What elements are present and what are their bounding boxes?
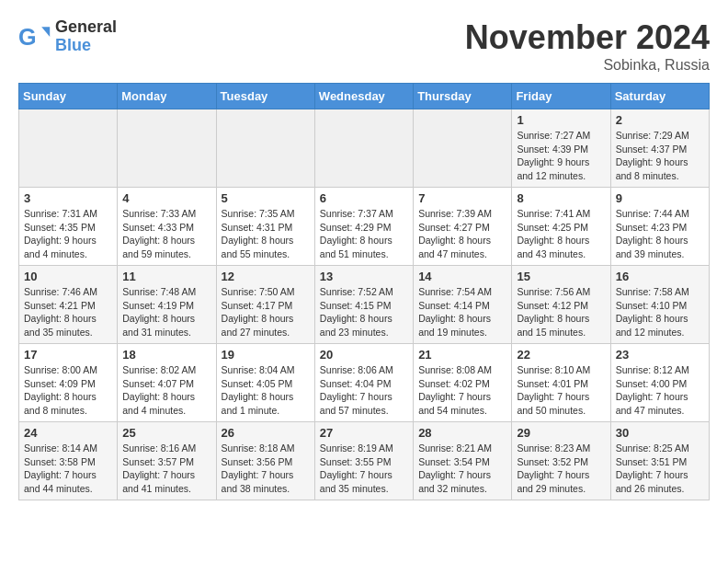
day-info: Sunrise: 7:39 AM Sunset: 4:27 PM Dayligh… bbox=[418, 207, 506, 261]
day-number: 24 bbox=[24, 426, 112, 440]
calendar-cell bbox=[118, 109, 216, 188]
month-title: November 2024 bbox=[465, 18, 710, 57]
calendar-cell bbox=[414, 109, 512, 188]
day-number: 6 bbox=[320, 191, 408, 205]
weekday-header-row: SundayMondayTuesdayWednesdayThursdayFrid… bbox=[19, 84, 710, 109]
day-number: 7 bbox=[418, 191, 506, 205]
day-number: 3 bbox=[24, 191, 112, 205]
day-info: Sunrise: 7:58 AM Sunset: 4:10 PM Dayligh… bbox=[616, 285, 704, 339]
day-number: 27 bbox=[320, 426, 408, 440]
day-number: 8 bbox=[517, 191, 605, 205]
day-info: Sunrise: 7:56 AM Sunset: 4:12 PM Dayligh… bbox=[517, 285, 605, 339]
day-info: Sunrise: 7:48 AM Sunset: 4:19 PM Dayligh… bbox=[122, 285, 210, 339]
day-info: Sunrise: 7:44 AM Sunset: 4:23 PM Dayligh… bbox=[616, 207, 704, 261]
calendar-cell: 28Sunrise: 8:21 AM Sunset: 3:54 PM Dayli… bbox=[414, 422, 512, 500]
calendar-cell bbox=[314, 109, 413, 188]
calendar-cell: 25Sunrise: 8:16 AM Sunset: 3:57 PM Dayli… bbox=[118, 422, 216, 500]
calendar-cell: 18Sunrise: 8:02 AM Sunset: 4:07 PM Dayli… bbox=[118, 344, 216, 422]
day-number: 23 bbox=[616, 348, 704, 362]
calendar-cell: 1Sunrise: 7:27 AM Sunset: 4:39 PM Daylig… bbox=[512, 109, 610, 188]
day-info: Sunrise: 7:50 AM Sunset: 4:17 PM Dayligh… bbox=[222, 285, 310, 339]
day-info: Sunrise: 8:19 AM Sunset: 3:55 PM Dayligh… bbox=[320, 442, 408, 496]
calendar-week-row: 17Sunrise: 8:00 AM Sunset: 4:09 PM Dayli… bbox=[19, 344, 710, 422]
calendar-cell: 20Sunrise: 8:06 AM Sunset: 4:04 PM Dayli… bbox=[314, 344, 413, 422]
day-number: 12 bbox=[222, 270, 310, 283]
day-number: 13 bbox=[320, 270, 408, 283]
calendar-cell: 11Sunrise: 7:48 AM Sunset: 4:19 PM Dayli… bbox=[118, 266, 216, 344]
weekday-header-wednesday: Wednesday bbox=[314, 84, 413, 109]
day-number: 20 bbox=[320, 348, 408, 362]
calendar-cell: 6Sunrise: 7:37 AM Sunset: 4:29 PM Daylig… bbox=[314, 188, 413, 266]
day-info: Sunrise: 8:16 AM Sunset: 3:57 PM Dayligh… bbox=[122, 442, 210, 496]
day-info: Sunrise: 7:29 AM Sunset: 4:37 PM Dayligh… bbox=[616, 129, 704, 183]
day-number: 1 bbox=[517, 113, 605, 127]
day-number: 4 bbox=[122, 191, 210, 205]
weekday-header-monday: Monday bbox=[118, 84, 216, 109]
day-number: 15 bbox=[517, 270, 605, 283]
calendar-cell: 24Sunrise: 8:14 AM Sunset: 3:58 PM Dayli… bbox=[19, 422, 118, 500]
calendar-cell: 29Sunrise: 8:23 AM Sunset: 3:52 PM Dayli… bbox=[512, 422, 610, 500]
calendar-cell: 4Sunrise: 7:33 AM Sunset: 4:33 PM Daylig… bbox=[118, 188, 216, 266]
calendar-cell: 17Sunrise: 8:00 AM Sunset: 4:09 PM Dayli… bbox=[19, 344, 118, 422]
day-number: 29 bbox=[517, 426, 605, 440]
day-info: Sunrise: 8:12 AM Sunset: 4:00 PM Dayligh… bbox=[616, 363, 704, 418]
day-info: Sunrise: 7:52 AM Sunset: 4:15 PM Dayligh… bbox=[320, 285, 408, 339]
calendar-week-row: 3Sunrise: 7:31 AM Sunset: 4:35 PM Daylig… bbox=[19, 188, 710, 266]
day-number: 22 bbox=[517, 348, 605, 362]
day-info: Sunrise: 8:08 AM Sunset: 4:02 PM Dayligh… bbox=[418, 363, 506, 418]
day-info: Sunrise: 8:25 AM Sunset: 3:51 PM Dayligh… bbox=[616, 442, 704, 496]
day-number: 25 bbox=[122, 426, 210, 440]
weekday-header-sunday: Sunday bbox=[19, 84, 118, 109]
calendar-cell: 9Sunrise: 7:44 AM Sunset: 4:23 PM Daylig… bbox=[610, 188, 709, 266]
title-block: November 2024 Sobinka, Russia bbox=[465, 18, 710, 74]
day-info: Sunrise: 8:10 AM Sunset: 4:01 PM Dayligh… bbox=[517, 363, 605, 418]
calendar-cell: 14Sunrise: 7:54 AM Sunset: 4:14 PM Dayli… bbox=[414, 266, 512, 344]
day-info: Sunrise: 7:46 AM Sunset: 4:21 PM Dayligh… bbox=[24, 285, 112, 339]
day-number: 11 bbox=[122, 270, 210, 283]
calendar-cell: 7Sunrise: 7:39 AM Sunset: 4:27 PM Daylig… bbox=[414, 188, 512, 266]
calendar-cell: 8Sunrise: 7:41 AM Sunset: 4:25 PM Daylig… bbox=[512, 188, 610, 266]
calendar-cell: 15Sunrise: 7:56 AM Sunset: 4:12 PM Dayli… bbox=[512, 266, 610, 344]
calendar-cell: 21Sunrise: 8:08 AM Sunset: 4:02 PM Dayli… bbox=[414, 344, 512, 422]
day-number: 21 bbox=[418, 348, 506, 362]
day-info: Sunrise: 7:33 AM Sunset: 4:33 PM Dayligh… bbox=[122, 207, 210, 261]
calendar-cell: 26Sunrise: 8:18 AM Sunset: 3:56 PM Dayli… bbox=[216, 422, 314, 500]
logo-icon: G bbox=[18, 20, 51, 53]
day-number: 19 bbox=[222, 348, 310, 362]
logo: G General Blue bbox=[18, 18, 117, 55]
logo-general-text: General bbox=[55, 18, 117, 37]
day-info: Sunrise: 8:04 AM Sunset: 4:05 PM Dayligh… bbox=[222, 363, 310, 418]
weekday-header-tuesday: Tuesday bbox=[216, 84, 314, 109]
day-number: 14 bbox=[418, 270, 506, 283]
weekday-header-friday: Friday bbox=[512, 84, 610, 109]
day-info: Sunrise: 7:31 AM Sunset: 4:35 PM Dayligh… bbox=[24, 207, 112, 261]
calendar-week-row: 10Sunrise: 7:46 AM Sunset: 4:21 PM Dayli… bbox=[19, 266, 710, 344]
svg-text:G: G bbox=[18, 24, 37, 50]
page-header: G General Blue November 2024 Sobinka, Ru… bbox=[18, 18, 710, 74]
day-info: Sunrise: 8:06 AM Sunset: 4:04 PM Dayligh… bbox=[320, 363, 408, 418]
calendar-cell: 23Sunrise: 8:12 AM Sunset: 4:00 PM Dayli… bbox=[610, 344, 709, 422]
location: Sobinka, Russia bbox=[465, 57, 710, 74]
day-info: Sunrise: 8:00 AM Sunset: 4:09 PM Dayligh… bbox=[24, 363, 112, 418]
day-info: Sunrise: 8:02 AM Sunset: 4:07 PM Dayligh… bbox=[122, 363, 210, 418]
day-info: Sunrise: 8:14 AM Sunset: 3:58 PM Dayligh… bbox=[24, 442, 112, 496]
day-info: Sunrise: 7:54 AM Sunset: 4:14 PM Dayligh… bbox=[418, 285, 506, 339]
calendar-cell: 19Sunrise: 8:04 AM Sunset: 4:05 PM Dayli… bbox=[216, 344, 314, 422]
calendar-cell: 2Sunrise: 7:29 AM Sunset: 4:37 PM Daylig… bbox=[610, 109, 709, 188]
calendar-cell bbox=[216, 109, 314, 188]
day-info: Sunrise: 7:27 AM Sunset: 4:39 PM Dayligh… bbox=[517, 129, 605, 183]
calendar-cell bbox=[19, 109, 118, 188]
calendar-table: SundayMondayTuesdayWednesdayThursdayFrid… bbox=[18, 83, 710, 500]
logo-blue-text: Blue bbox=[55, 37, 117, 55]
day-number: 10 bbox=[24, 270, 112, 283]
day-number: 30 bbox=[616, 426, 704, 440]
day-number: 2 bbox=[616, 113, 704, 127]
day-info: Sunrise: 8:23 AM Sunset: 3:52 PM Dayligh… bbox=[517, 442, 605, 496]
calendar-cell: 22Sunrise: 8:10 AM Sunset: 4:01 PM Dayli… bbox=[512, 344, 610, 422]
calendar-cell: 16Sunrise: 7:58 AM Sunset: 4:10 PM Dayli… bbox=[610, 266, 709, 344]
day-number: 26 bbox=[222, 426, 310, 440]
day-number: 5 bbox=[222, 191, 310, 205]
day-number: 18 bbox=[122, 348, 210, 362]
calendar-cell: 12Sunrise: 7:50 AM Sunset: 4:17 PM Dayli… bbox=[216, 266, 314, 344]
calendar-cell: 30Sunrise: 8:25 AM Sunset: 3:51 PM Dayli… bbox=[610, 422, 709, 500]
